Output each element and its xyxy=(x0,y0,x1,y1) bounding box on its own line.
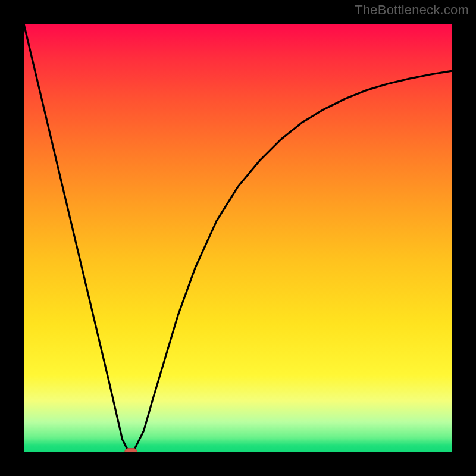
plot-area xyxy=(24,24,452,452)
curve-svg xyxy=(24,24,452,452)
min-point-marker xyxy=(124,448,137,452)
watermark-text: TheBottleneck.com xyxy=(355,2,469,18)
chart-frame: TheBottleneck.com xyxy=(0,0,476,476)
bottleneck-curve xyxy=(24,24,452,452)
